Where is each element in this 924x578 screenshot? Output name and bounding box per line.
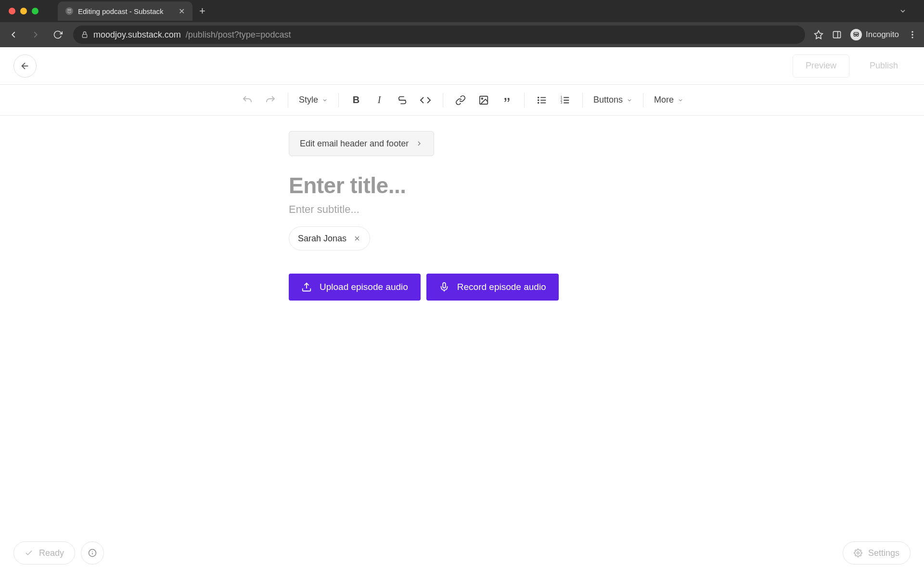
bullet-list-button[interactable] bbox=[535, 93, 549, 107]
check-icon bbox=[25, 549, 33, 557]
gear-icon bbox=[854, 549, 862, 557]
ready-status-pill: Ready bbox=[13, 541, 75, 565]
svg-rect-0 bbox=[82, 34, 87, 38]
footer-right: Settings bbox=[843, 541, 911, 565]
svg-point-8 bbox=[481, 98, 483, 99]
publish-label: Publish bbox=[870, 61, 898, 71]
settings-button[interactable]: Settings bbox=[843, 541, 911, 565]
preview-label: Preview bbox=[806, 61, 836, 71]
nav-forward-button[interactable] bbox=[29, 28, 42, 41]
browser-tab[interactable]: Editing podcast - Substack ✕ bbox=[58, 1, 192, 21]
nav-reload-button[interactable] bbox=[51, 28, 64, 41]
author-name: Sarah Jonas bbox=[298, 234, 346, 244]
svg-point-10 bbox=[538, 100, 539, 101]
upload-audio-label: Upload episode audio bbox=[320, 282, 408, 292]
redo-button[interactable] bbox=[264, 93, 277, 107]
panel-icon[interactable] bbox=[832, 30, 842, 39]
email-hf-label: Edit email header and footer bbox=[300, 139, 409, 149]
settings-label: Settings bbox=[868, 548, 899, 558]
window-zoom-icon[interactable] bbox=[32, 8, 38, 14]
author-chip[interactable]: Sarah Jonas bbox=[289, 226, 370, 250]
app-header: Preview Publish bbox=[0, 47, 924, 85]
bookmark-icon[interactable] bbox=[814, 30, 823, 39]
incognito-label: Incognito bbox=[866, 30, 899, 39]
title-input[interactable] bbox=[289, 172, 635, 198]
window-controls: Editing podcast - Substack ✕ + bbox=[0, 0, 924, 22]
svg-point-4 bbox=[911, 31, 913, 33]
preview-button[interactable]: Preview bbox=[793, 54, 849, 78]
chevron-down-icon bbox=[322, 97, 328, 103]
upload-icon bbox=[301, 282, 312, 292]
lock-icon bbox=[81, 31, 89, 39]
svg-point-3 bbox=[857, 34, 859, 36]
publish-button[interactable]: Publish bbox=[857, 54, 911, 78]
svg-point-2 bbox=[854, 34, 856, 36]
window-minimize-icon[interactable] bbox=[20, 8, 27, 14]
browser-chrome: Editing podcast - Substack ✕ + moodjoy.s… bbox=[0, 0, 924, 47]
svg-point-9 bbox=[538, 97, 539, 98]
italic-button[interactable]: I bbox=[372, 93, 386, 107]
more-dropdown[interactable]: More bbox=[654, 95, 683, 105]
substack-favicon-icon bbox=[65, 7, 73, 15]
new-tab-button[interactable]: + bbox=[199, 5, 205, 17]
editor-column: Edit email header and footer Sarah Jonas… bbox=[289, 131, 635, 301]
svg-point-5 bbox=[911, 34, 913, 35]
info-button[interactable] bbox=[81, 541, 104, 565]
svg-point-6 bbox=[911, 37, 913, 38]
svg-point-11 bbox=[538, 102, 539, 103]
editor-back-button[interactable] bbox=[13, 54, 37, 78]
ready-label: Ready bbox=[39, 548, 64, 558]
audio-actions: Upload episode audio Record episode audi… bbox=[289, 274, 635, 301]
bold-button[interactable]: B bbox=[349, 93, 363, 107]
strikethrough-button[interactable] bbox=[396, 93, 409, 107]
editor-body: Edit email header and footer Sarah Jonas… bbox=[0, 116, 924, 301]
code-button[interactable] bbox=[419, 93, 432, 107]
chevron-right-icon bbox=[415, 140, 423, 147]
record-audio-label: Record episode audio bbox=[457, 282, 546, 292]
tab-close-icon[interactable]: ✕ bbox=[179, 7, 185, 16]
quote-button[interactable] bbox=[500, 93, 513, 107]
tab-title: Editing podcast - Substack bbox=[78, 7, 164, 15]
window-close-icon[interactable] bbox=[9, 8, 15, 14]
incognito-badge[interactable]: Incognito bbox=[850, 29, 899, 40]
url-path: /publish/post?type=podcast bbox=[186, 30, 291, 40]
svg-rect-15 bbox=[443, 283, 446, 288]
chevron-down-icon bbox=[627, 97, 632, 103]
mic-icon bbox=[439, 282, 449, 292]
svg-point-17 bbox=[92, 551, 93, 552]
svg-text:3: 3 bbox=[561, 101, 563, 104]
numbered-list-button[interactable]: 123 bbox=[558, 93, 572, 107]
header-actions: Preview Publish bbox=[793, 54, 911, 78]
svg-rect-1 bbox=[834, 31, 841, 38]
subtitle-input[interactable] bbox=[289, 203, 635, 216]
more-label: More bbox=[654, 95, 674, 105]
svg-point-18 bbox=[857, 552, 860, 554]
undo-button[interactable] bbox=[241, 93, 254, 107]
tabs-overflow-icon[interactable] bbox=[899, 7, 907, 15]
incognito-icon bbox=[850, 29, 862, 40]
info-icon bbox=[88, 549, 97, 557]
image-button[interactable] bbox=[477, 93, 490, 107]
buttons-label: Buttons bbox=[593, 95, 623, 105]
upload-audio-button[interactable]: Upload episode audio bbox=[289, 274, 421, 301]
style-label: Style bbox=[299, 95, 318, 105]
link-button[interactable] bbox=[454, 93, 467, 107]
browser-toolbar: moodjoy.substack.com/publish/post?type=p… bbox=[0, 22, 924, 47]
url-host: moodjoy.substack.com bbox=[93, 30, 181, 40]
footer-left: Ready bbox=[13, 541, 104, 565]
remove-author-icon[interactable] bbox=[353, 235, 361, 242]
kebab-menu-icon[interactable] bbox=[908, 30, 917, 39]
browser-tabs: Editing podcast - Substack ✕ + bbox=[58, 1, 205, 21]
nav-back-button[interactable] bbox=[7, 28, 20, 41]
chevron-down-icon bbox=[678, 97, 683, 103]
editor-toolbar: Style B I 123 bbox=[0, 85, 924, 116]
edit-email-header-footer-button[interactable]: Edit email header and footer bbox=[289, 131, 434, 156]
style-dropdown[interactable]: Style bbox=[299, 95, 328, 105]
toolbar-right: Incognito bbox=[814, 29, 917, 40]
buttons-dropdown[interactable]: Buttons bbox=[593, 95, 632, 105]
record-audio-button[interactable]: Record episode audio bbox=[426, 274, 559, 301]
address-bar[interactable]: moodjoy.substack.com/publish/post?type=p… bbox=[73, 26, 805, 44]
